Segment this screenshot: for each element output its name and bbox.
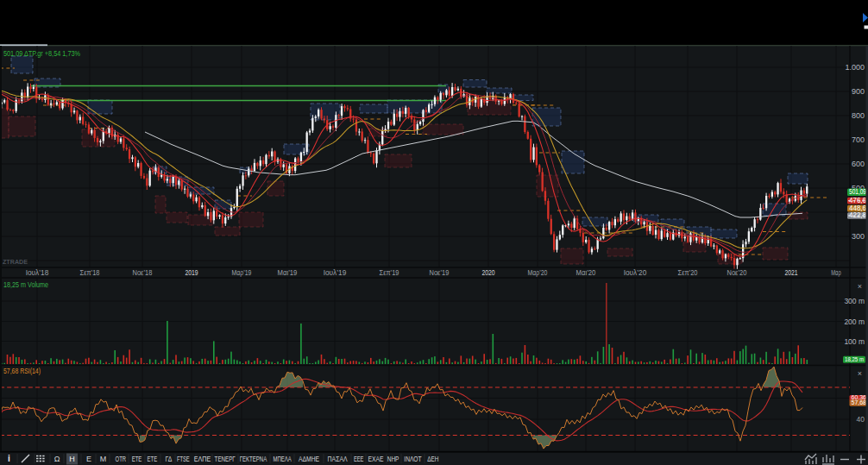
svg-text:900: 900: [852, 87, 865, 96]
svg-text:800: 800: [852, 111, 865, 120]
svg-text:ZTRADE: ZTRADE: [3, 258, 28, 266]
svg-text:Ιουλ’18: Ιουλ’18: [26, 267, 49, 277]
svg-text:ΑΔΜΗΕ: ΑΔΜΗΕ: [299, 455, 319, 463]
svg-text:Μ: Μ: [100, 455, 107, 463]
svg-text:Μαι’20: Μαι’20: [576, 267, 596, 277]
svg-text:422,8: 422,8: [849, 211, 866, 219]
svg-text:2020: 2020: [481, 267, 494, 277]
svg-text:Σεπ’20: Σεπ’20: [678, 267, 698, 277]
svg-text:2019: 2019: [185, 267, 198, 277]
svg-text:ΕΧΑΕ: ΕΧΑΕ: [368, 455, 383, 463]
svg-text:Σεπ’19: Σεπ’19: [380, 267, 399, 277]
svg-text:i: i: [8, 454, 10, 463]
svg-text:Μαρ: Μαρ: [831, 267, 841, 277]
svg-text:Νοε’19: Νοε’19: [430, 267, 450, 277]
svg-text:ΝΗΡ: ΝΗΡ: [387, 455, 399, 463]
svg-text:Ιουλ’20: Ιουλ’20: [624, 267, 647, 277]
svg-text:FTSE: FTSE: [177, 455, 190, 463]
svg-text:ΓΔ: ΓΔ: [166, 455, 173, 463]
svg-text:ΕΛΠΕ: ΕΛΠΕ: [194, 455, 211, 463]
svg-text:×: ×: [858, 282, 862, 291]
svg-text:ΠΑΣΑΛ: ΠΑΣΑΛ: [328, 455, 348, 463]
svg-text:Ιουλ’19: Ιουλ’19: [324, 267, 347, 277]
svg-text:700: 700: [852, 135, 865, 144]
svg-text:2021: 2021: [784, 267, 797, 277]
svg-text:Μαρ’19: Μαρ’19: [232, 267, 252, 277]
svg-text:18,25 m Volume: 18,25 m Volume: [3, 280, 48, 289]
svg-text:501,09: 501,09: [849, 187, 866, 196]
svg-text:18,25 m: 18,25 m: [845, 355, 864, 363]
svg-text:ΜΠΕΛΑ: ΜΠΕΛΑ: [273, 455, 292, 463]
svg-text:ΙΝΛΟΤ: ΙΝΛΟΤ: [404, 455, 421, 463]
svg-text:ΕΕΕ: ΕΕΕ: [354, 455, 364, 463]
svg-text:Ε: Ε: [86, 455, 91, 463]
svg-text:300: 300: [852, 232, 865, 241]
svg-text:Ω: Ω: [54, 455, 60, 463]
svg-text:Η: Η: [69, 455, 75, 463]
svg-text:Νοε’18: Νοε’18: [133, 267, 153, 277]
svg-text:40: 40: [857, 415, 865, 424]
svg-text:Μαρ’20: Μαρ’20: [528, 267, 548, 277]
svg-text:×: ×: [858, 369, 862, 378]
svg-text:100 m: 100 m: [844, 337, 865, 346]
svg-text:ΔΕΗ: ΔΕΗ: [427, 455, 438, 463]
svg-text:Σεπ’18: Σεπ’18: [80, 267, 100, 277]
svg-text:ΕΤΕ: ΕΤΕ: [148, 455, 158, 463]
svg-text:300 m: 300 m: [844, 297, 865, 305]
svg-text:600: 600: [852, 160, 865, 168]
svg-text:57,68 RSI(14): 57,68 RSI(14): [3, 367, 41, 375]
svg-text:501,09 ΔTP.gr +8,54 1,73%: 501,09 ΔTP.gr +8,54 1,73%: [3, 48, 80, 58]
svg-text:Μαι’19: Μαι’19: [278, 267, 298, 277]
svg-text:200 m: 200 m: [844, 317, 865, 326]
svg-text:57,68: 57,68: [852, 399, 867, 406]
svg-text:ΤΕΝΕΡΓ: ΤΕΝΕΡΓ: [215, 455, 236, 463]
svg-text:1.000: 1.000: [845, 63, 865, 72]
svg-text:ΓΕΚΤΕΡΝΑ: ΓΕΚΤΕΡΝΑ: [240, 455, 267, 463]
svg-text:ΕΤΕ: ΕΤΕ: [132, 455, 142, 463]
svg-text:ΟΤR: ΟΤR: [116, 455, 127, 463]
svg-text:Νοε’20: Νοε’20: [727, 267, 747, 277]
